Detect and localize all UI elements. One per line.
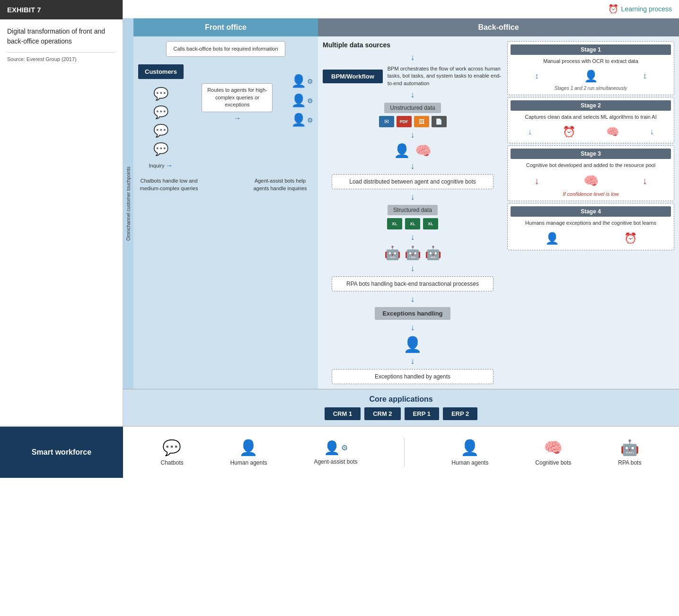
omnichannel-bar: Omnichannel customer touchpoints [123,18,133,389]
core-applications-title: Core applications [129,395,673,404]
sw-cognitive-brain-icon: 🧠 [544,439,563,457]
chatbot-icon-2: 💬 [153,105,168,120]
stage3-red-arrow-down: ↓ [535,176,539,186]
back-office-section: Back-office Multiple data sources ↓ BPM/… [318,18,679,389]
sw-agent-assist-item: 👤 ⚙ Agent-assist bots [314,440,357,465]
stage3-brain-icon: 🧠 [583,174,599,188]
image-icon: 🖼 [414,116,429,127]
sw-rpa-bots-label: RPA bots [618,459,641,466]
multiple-data-sources-title: Multiple data sources [323,41,390,49]
stage1-header: Stage 1 [511,44,671,55]
email-icon: ✉ [379,116,394,127]
callout-box: Calls back-office bots for required info… [166,41,285,57]
structured-data-label: Structured data [388,205,438,215]
excel-icon-1: XL [387,218,402,229]
agent-assist-label: Agent-assist bots help agents handle inq… [247,177,313,192]
smart-workforce-section: Smart workforce 💬 Chatbots 👤 Human agent… [0,426,679,478]
back-office-header: Back-office [318,18,679,36]
front-office-header: Front office [133,18,318,36]
erp2-button[interactable]: ERP 2 [443,407,477,420]
stage1-simultaneous: Stages 1 and 2 run simultaneously [511,85,671,92]
arrow-down-1: ↓ [411,53,415,62]
stage1-section: Stage 1 Manual process with OCR to extra… [507,41,674,95]
stage4-clock-icon: ⏰ [624,232,637,245]
bpm-box: BPM/Workflow [323,70,383,83]
agent-icon-3: 👤 ⚙ [291,113,313,127]
rpa-bot-icon-2: 🤖 [405,245,421,261]
exhibit-title: Digital transformation of front and back… [7,26,115,46]
arrow-down-4: ↓ [411,161,415,171]
smart-workforce-label: Smart workforce [0,427,123,478]
learning-process-label: Learning process [621,5,672,13]
excel-icon-3: XL [423,218,438,229]
stage3-section: Stage 3 Cognitive bot developed and adde… [507,145,674,201]
brain-icon-1: 🧠 [415,143,432,158]
arrow-down-10: ↓ [411,356,415,366]
stage2-brain-icon: 🧠 [606,126,619,138]
arrow-down-2: ↓ [411,90,415,100]
rpa-bot-icon-1: 🤖 [384,245,401,261]
stage3-content: Cognitive bot developed and added to the… [511,159,671,172]
stage2-section: Stage 2 Captures clean data and selects … [507,97,674,143]
sw-human-agents-2-label: Human agents [451,459,488,466]
exhibit-source: Source: Everest Group (2017) [7,52,115,62]
front-office-section: Front office Calls back-office bots for … [133,18,318,389]
arrow-down-5: ↓ [411,192,415,202]
core-applications-section: Core applications CRM 1 CRM 2 ERP 1 ERP … [123,389,679,426]
stage2-header: Stage 2 [511,100,671,111]
stage2-arrow-down-2: ↓ [650,128,653,136]
person-icon-2: 👤 [403,335,422,353]
crm1-button[interactable]: CRM 1 [325,407,361,420]
sw-chatbots-item: 💬 Chatbots [160,439,183,466]
sw-human-agent-1-icon: 👤 [239,439,258,457]
erp1-button[interactable]: ERP 1 [405,407,439,420]
arrow-down-9: ↓ [411,323,415,333]
doc-icon: 📄 [432,116,447,127]
exhibit-header: EXHIBIT 7 [0,0,123,19]
chatbots-label: Chatbots handle low and medium-complex q… [138,177,200,192]
arrow-down-7: ↓ [411,264,415,273]
customers-box: Customers [138,64,184,79]
sw-human-agents-2-item: 👤 Human agents [451,439,488,466]
sw-cognitive-bots-label: Cognitive bots [535,459,571,466]
sw-rpa-bots-item: 🤖 RPA bots [618,439,641,466]
routes-box: Routes to agents for high-complex querie… [202,83,273,112]
chatbot-icon-1: 💬 [153,87,168,101]
excel-icon-2: XL [405,218,420,229]
exceptions-handling-box: Exceptions handling [375,307,450,320]
omnichannel-label: Omnichannel customer touchpoints [126,167,131,241]
sw-agent-assist-person-icon: 👤 [324,440,340,456]
bpm-desc: BPM orchestrates the flow of work across… [388,65,503,87]
sw-chatbots-label: Chatbots [160,459,183,466]
sw-human-agents-1-label: Human agents [230,459,267,466]
chatbot-icon-3: 💬 [153,123,168,138]
person-icon-1: 👤 [394,143,410,158]
sw-chatbot-icon: 💬 [162,439,181,457]
stage3-red-arrow-down-2: ↓ [643,176,647,186]
stage1-person-icon: 👤 [584,70,598,83]
stage3-header: Stage 3 [511,149,671,159]
sw-agent-assist-gear-icon: ⚙ [341,443,348,452]
stage1-content: Manual process with OCR to extract data [511,55,671,68]
stage4-content: Humans manage exceptions and the cogniti… [511,217,671,229]
arrow-down-3: ↓ [411,130,415,140]
arrow-right-2: → [233,114,241,123]
sw-agent-assist-label: Agent-assist bots [314,458,357,465]
crm2-button[interactable]: CRM 2 [364,407,400,420]
exceptions-handled-box: Exceptions handled by agents [332,369,494,384]
unstructured-data-label: Unstructured data [384,103,441,113]
sw-cognitive-bots-item: 🧠 Cognitive bots [535,439,571,466]
stage4-person-icon: 👤 [545,232,559,245]
pdf-icon: PDF [397,116,412,127]
inquiry-label: Inquiry [149,163,164,168]
stage2-arrow-down: ↓ [528,128,532,136]
load-distributed-box: Load distributed between agent and cogni… [332,174,494,189]
arrow-down-6: ↓ [411,232,415,242]
agent-icon-1: 👤 ⚙ [291,74,313,88]
stage2-clock-icon: ⏰ [563,126,575,138]
chatbot-icon-4: 💬 [153,142,168,157]
arrow-down-8: ↓ [411,294,415,304]
sw-rpa-bot-icon: 🤖 [620,439,639,457]
stage3-confidence-low: If confidence level is low [511,190,671,198]
stage4-section: Stage 4 Humans manage exceptions and the… [507,203,674,250]
